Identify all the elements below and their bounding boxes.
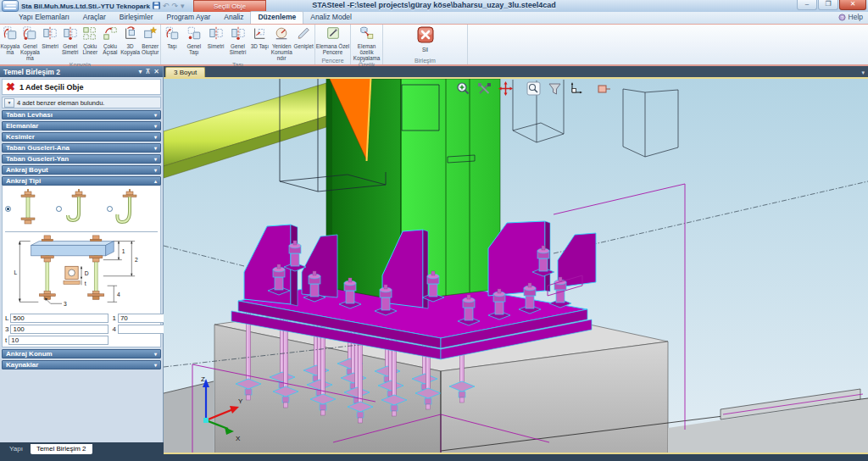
ribbon-button-genel-simetri[interactable]: Genel Simetri [60, 25, 81, 56]
ribbon-button-benzer-olustur[interactable]: Benzer Oluştur [140, 25, 160, 56]
anchor-option-straight-anchor[interactable] [5, 188, 56, 229]
section-bar-kesimler[interactable]: Kesimler▾ [2, 132, 161, 142]
redo-icon[interactable]: ↷ [171, 2, 178, 10]
panel-tab-yapi[interactable]: Yapı [3, 444, 29, 454]
tab-araclar[interactable]: Araçlar [76, 12, 113, 24]
ribbon-button-eleman-ozelik-kopyalama[interactable]: Eleman özelik Kopyalama [351, 25, 382, 61]
similar-info: 4 adet benzer eleman bulundu. [17, 99, 104, 107]
anchor-dimension-diagram: L 1 2 D t 3 4 [5, 234, 158, 308]
ribbon-group-kopyala: KopyalamaGenel KopyalamaSimetriGenel Sim… [0, 25, 161, 64]
panel-close-icon[interactable]: ✕ [153, 68, 159, 75]
panel-header[interactable]: Temel Birleşim 2 ▾ ⊼ ✕ [0, 66, 163, 77]
ribbon-button-genel-simetri-tasi[interactable]: Genel Simetri [227, 25, 249, 56]
maximize-button[interactable]: ❐ [818, 0, 838, 10]
svg-text:3: 3 [64, 301, 67, 307]
viewport-3d-scene[interactable]: Z Y X [164, 79, 868, 456]
radio-button-selected[interactable] [5, 206, 11, 212]
ribbon-button-coklu-lineer[interactable]: Çoklu Lineer [81, 25, 101, 56]
ribbon-group-label: Birleşim [383, 57, 467, 64]
section-label: Ankraj Boyut [6, 166, 48, 174]
section-bar-kaynaklar[interactable]: Kaynaklar▾ [2, 360, 161, 369]
field-L-input[interactable] [10, 314, 108, 323]
field-label: 4 [112, 325, 115, 333]
mirror-plus-icon [63, 25, 78, 44]
field-label: t [5, 336, 7, 344]
ribbon-button-label: Genel Taşı [183, 44, 205, 56]
viewport-toolbar [456, 81, 611, 96]
radio-button[interactable] [56, 206, 62, 212]
pan-icon[interactable] [498, 81, 513, 96]
ribbon-button-3d-kopyala[interactable]: 3D Kopyala [120, 25, 141, 56]
field-L: L [5, 314, 108, 323]
ribbon-button-sil[interactable]: Sil [383, 25, 467, 53]
chevron-down-icon: ▾ [154, 362, 157, 368]
ribbon-button-elemana-ozel-pencere[interactable]: Elemana Özel Pencere [315, 25, 350, 56]
panel-pin-icon[interactable]: ⊼ [145, 68, 150, 75]
viewport-3d[interactable]: 3 Boyut ▾ [164, 66, 868, 461]
anchor-option-j-hook-long-anchor[interactable] [107, 188, 158, 229]
zoom-window-icon[interactable] [526, 81, 541, 96]
viewport-tab-scroll-icon[interactable]: ▾ [861, 68, 865, 77]
mirror-icon [209, 25, 224, 44]
app-logo-icon[interactable] [2, 0, 19, 12]
ribbon-button-simetri-tasi[interactable]: Simetri [205, 25, 227, 50]
tab-analiz-model[interactable]: Analiz Model [303, 12, 359, 24]
ribbon-button-label: Çoklu Lineer [81, 44, 101, 56]
ribbon-button-genel-tasi[interactable]: Genel Taşı [183, 25, 205, 56]
viewport-tab-3boyut[interactable]: 3 Boyut [165, 67, 205, 77]
copy-icon [3, 25, 18, 44]
similar-dropdown-button[interactable]: ▼ [4, 98, 14, 108]
close-button[interactable]: ✕ [839, 0, 866, 10]
ucs-icon[interactable] [569, 81, 583, 96]
anchor-option-j-hook-anchor[interactable] [56, 188, 107, 229]
minimize-button[interactable]: – [797, 0, 817, 10]
section-bar-ankraj-konum[interactable]: Ankraj Konum▾ [2, 349, 161, 358]
selection-status-box: ✖ 1 Adet Seçili Obje [2, 79, 161, 95]
help-label[interactable]: Help [849, 13, 863, 21]
ribbon-button-kopyalama[interactable]: Kopyalama [0, 25, 20, 56]
ribbon-button-genel-kopyalama[interactable]: Genel Kopyalama [20, 25, 41, 61]
help-area[interactable]: ? Help [838, 13, 863, 21]
field-label: 3 [5, 325, 8, 333]
tab-program-ayar[interactable]: Program Ayar [159, 12, 217, 24]
undo-icon[interactable]: ↶ [163, 2, 170, 10]
ribbon-button-simetri[interactable]: Simetri [40, 25, 60, 50]
field-t-input[interactable] [8, 336, 108, 345]
tab-yapi-elemanlari[interactable]: Yapı Elemanları [12, 12, 76, 24]
move-icon [164, 25, 180, 44]
panel-tab-temel-birlesim-2[interactable]: Temel Birleşim 2 [31, 444, 92, 454]
save-icon[interactable] [153, 2, 160, 11]
tab-analiz[interactable]: Analiz [217, 12, 250, 24]
ribbon-button-3d-tasi[interactable]: 3D Taşı [248, 25, 270, 50]
section-bar-taban-levhasi[interactable]: Taban Levhası▾ [2, 110, 161, 119]
ribbon-button-coklu-acisal[interactable]: Çoklu Açısal [100, 25, 120, 56]
radio-button[interactable] [107, 206, 113, 212]
section-label: Taban Guseleri-Yan [6, 155, 69, 163]
zoom-in-icon[interactable] [456, 81, 470, 96]
filter-icon[interactable] [548, 81, 562, 96]
selection-status: 1 Adet Seçili Obje [19, 83, 84, 92]
ribbon-button-label: Kopyalama [0, 44, 20, 56]
deselect-icon[interactable]: ✖ [6, 81, 15, 92]
handle-box-icon[interactable] [597, 81, 611, 96]
viewport-scene-wrap[interactable]: Z Y X [164, 79, 868, 456]
panel-collapse-icon[interactable]: ▾ [138, 68, 142, 75]
measure-icon[interactable] [477, 81, 492, 96]
section-bar-taban-guseleri-ana[interactable]: Taban Guseleri-Ana▾ [2, 143, 161, 153]
field-3-input[interactable] [10, 325, 108, 334]
ribbon-button-genislet[interactable]: Genişlet [292, 25, 314, 50]
chevron-up-icon: ▴ [154, 178, 157, 184]
tab-duzenleme[interactable]: Düzenleme [250, 11, 303, 24]
ribbon-button-tasi[interactable]: Taşı [161, 25, 183, 50]
ribbon-button-yeniden-konumlandir[interactable]: Yeniden Konumlandır [270, 25, 292, 61]
section-bar-ankraj-tipi[interactable]: Ankraj Tipi▴ [2, 176, 161, 186]
ribbon-button-label: Genel Simetri [227, 44, 249, 56]
tab-birlesimler[interactable]: Birleşimler [113, 12, 160, 24]
svg-text:2: 2 [135, 257, 138, 263]
section-bar-taban-guseleri-yan[interactable]: Taban Guseleri-Yan▾ [2, 154, 161, 164]
contextual-tab-secili-obje: Seçili Obje [193, 0, 266, 12]
panel-sections: Taban Levhası▾Elemanlar▾Kesimler▾Taban G… [0, 110, 163, 369]
qat-dropdown-icon[interactable]: ▾ [181, 2, 185, 10]
section-bar-elemanlar[interactable]: Elemanlar▾ [2, 121, 161, 131]
section-bar-ankraj-boyut[interactable]: Ankraj Boyut▾ [2, 165, 161, 175]
